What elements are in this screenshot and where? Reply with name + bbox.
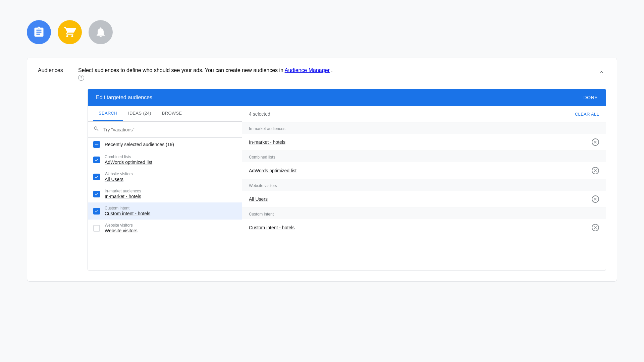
selected-item-label: AdWords optimized list [249,168,297,173]
item-category-adwords: Combined lists [105,155,152,159]
edit-header-title: Edit targeted audiences [96,95,152,101]
clear-all-button[interactable]: CLEAR ALL [575,112,599,117]
item-category-in-market: In-market audiences [105,189,141,193]
selected-category-combined: Combined lists [242,151,606,162]
checkbox-adwords[interactable] [93,157,100,163]
item-label-in-market: In-market - hotels [105,194,141,199]
description-text: Select audiences to define who should se… [78,67,285,73]
selected-item: Custom intent - hotels ✕ [242,219,606,236]
selected-header: 4 selected CLEAR ALL [242,106,606,122]
description-area: Select audiences to define who should se… [78,67,597,81]
checkbox-in-market-hotels[interactable] [93,191,100,197]
top-icons-bar [0,0,644,58]
cart-icon-button[interactable] [58,20,82,44]
selected-category-website: Website visitors [242,179,606,191]
tabs: SEARCH IDEAS (24) BROWSE [88,106,242,122]
item-label-website-visitors: Website visitors [105,228,138,233]
selected-item: AdWords optimized list ✕ [242,162,606,179]
audience-manager-link[interactable]: Audience Manager [285,67,330,73]
checkbox-custom-intent[interactable] [93,208,100,215]
item-label-recently-selected: Recently selected audiences (19) [105,142,174,147]
item-category-website-visitors: Website visitors [105,223,138,228]
selected-category-in-market: In-market audiences [242,122,606,134]
tab-search[interactable]: SEARCH [93,106,123,121]
bell-icon-button[interactable] [89,20,113,44]
checkbox-website-visitors[interactable] [93,225,100,232]
selected-category-custom: Custom intent [242,208,606,219]
list-item[interactable]: Website visitors All Users [88,168,242,185]
item-category-all-users: Website visitors [105,172,133,176]
checkbox-recently-selected[interactable] [93,141,100,148]
list-item[interactable]: Combined lists AdWords optimized list [88,151,242,168]
list-item[interactable]: Website visitors Website visitors [88,220,242,237]
list-item[interactable]: Custom intent Custom intent - hotels [88,202,242,220]
search-box [88,122,242,138]
selected-item-label: In-market - hotels [249,139,285,145]
item-label-custom-intent: Custom intent - hotels [105,211,150,216]
list-item[interactable]: In-market audiences In-market - hotels [88,185,242,202]
tab-ideas[interactable]: IDEAS (24) [123,106,157,121]
remove-all-users-button[interactable]: ✕ [592,195,599,203]
edit-header: Edit targeted audiences DONE [88,89,606,106]
item-label-adwords: AdWords optimized list [105,160,152,165]
help-icon[interactable]: ? [78,75,84,81]
item-category-custom-intent: Custom intent [105,206,150,210]
selected-item: All Users ✕ [242,191,606,208]
clipboard-icon-button[interactable] [27,20,51,44]
audiences-header: Audiences Select audiences to define who… [27,58,617,89]
selected-item-label: Custom intent - hotels [249,225,294,230]
remove-adwords-button[interactable]: ✕ [592,167,599,174]
selected-item: In-market - hotels ✕ [242,134,606,151]
list-item[interactable]: Recently selected audiences (19) [88,138,242,151]
selected-count: 4 selected [249,111,270,117]
edit-panel: Edit targeted audiences DONE SEARCH IDEA… [88,89,606,270]
search-icon [93,126,99,133]
item-label-all-users: All Users [105,177,133,182]
main-panel: Audiences Select audiences to define who… [27,58,617,282]
collapse-icon[interactable] [597,67,606,78]
section-title: Audiences [38,67,78,73]
remove-custom-intent-button[interactable]: ✕ [592,224,599,231]
description-end: . [331,67,332,73]
right-panel: 4 selected CLEAR ALL In-market audiences… [242,106,606,270]
search-input[interactable] [103,127,236,132]
done-button[interactable]: DONE [584,95,598,100]
selected-items-list: In-market audiences In-market - hotels ✕… [242,122,606,270]
remove-in-market-hotels-button[interactable]: ✕ [592,138,599,146]
audience-list: Recently selected audiences (19) Combine… [88,138,242,270]
selected-item-label: All Users [249,196,268,202]
tab-browse[interactable]: BROWSE [157,106,187,121]
content-area: SEARCH IDEAS (24) BROWSE [88,106,606,270]
checkbox-all-users[interactable] [93,174,100,180]
left-panel: SEARCH IDEAS (24) BROWSE [88,106,242,270]
